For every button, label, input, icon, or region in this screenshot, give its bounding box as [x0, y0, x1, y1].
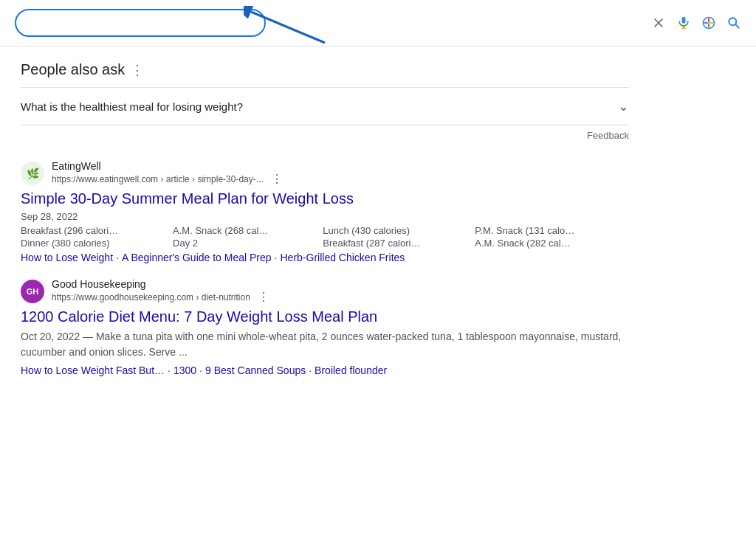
microphone-button[interactable] — [676, 15, 691, 30]
meta-item-0: Breakfast (296 calori… — [21, 225, 173, 236]
result-2-link-3[interactable]: Broiled flounder — [315, 364, 387, 376]
paa-header: People also ask ⋮ — [21, 61, 629, 78]
meta-item-7: A.M. Snack (282 cal… — [475, 238, 629, 249]
result-1-link-2[interactable]: Herb-Grilled Chicken Frites — [281, 252, 405, 263]
clear-icon — [651, 15, 666, 30]
paa-options-icon[interactable]: ⋮ — [131, 62, 144, 78]
feedback-row: Feedback — [21, 125, 629, 145]
result-1-title[interactable]: Simple 30-Day Summer Meal Plan for Weigh… — [21, 189, 629, 208]
result-2-source-info: Good Housekeeping https://www.goodhousek… — [52, 278, 269, 304]
lens-button[interactable] — [701, 15, 716, 30]
meta-item-5: Day 2 — [173, 238, 323, 249]
paa-question-item[interactable]: What is the healthiest meal for losing w… — [21, 87, 629, 125]
result-2-links: How to Lose Weight Fast But… · 1300 · 9 … — [21, 364, 629, 376]
result-1-source-url: https://www.eatingwell.com › article › s… — [52, 174, 264, 184]
result-1-source: 🌿 EatingWell https://www.eatingwell.com … — [21, 160, 629, 186]
result-1-meta-grid: Breakfast (296 calori… A.M. Snack (268 c… — [21, 225, 629, 249]
result-2-favicon-text: GH — [27, 287, 39, 296]
main-content: People also ask ⋮ What is the healthiest… — [0, 46, 650, 397]
result-1-favicon: 🌿 — [21, 162, 44, 185]
result-2-link-2[interactable]: 9 Best Canned Soups — [205, 364, 306, 376]
search-result-2: GH Good Housekeeping https://www.goodhou… — [21, 278, 629, 376]
clear-button[interactable] — [651, 15, 666, 30]
result-2-options-icon[interactable]: ⋮ — [258, 290, 269, 304]
result-2-snippet: Oct 20, 2022 — Make a tuna pita with one… — [21, 329, 629, 360]
svg-rect-2 — [682, 17, 686, 24]
result-1-sep-1: · — [275, 252, 278, 263]
meta-item-3: P.M. Snack (131 calo… — [475, 225, 629, 236]
result-1-link-1[interactable]: A Beginner's Guide to Meal Prep — [122, 252, 272, 263]
result-2-link-0[interactable]: How to Lose Weight Fast But… — [21, 364, 165, 376]
lens-icon — [701, 15, 716, 30]
microphone-icon — [676, 15, 691, 30]
search-result-1: 🌿 EatingWell https://www.eatingwell.com … — [21, 160, 629, 263]
result-1-sep-0: · — [116, 252, 119, 263]
result-2-url-row: https://www.goodhousekeeping.com › diet-… — [52, 290, 269, 304]
result-2-source-name: Good Housekeeping — [52, 278, 269, 290]
search-box: healthy meal plans for weight loss — [15, 9, 266, 37]
paa-question-text: What is the healthiest meal for losing w… — [21, 100, 243, 113]
result-2-source: GH Good Housekeeping https://www.goodhou… — [21, 278, 629, 304]
result-2-link-1[interactable]: 1300 — [173, 364, 196, 376]
search-icons — [636, 15, 741, 30]
result-2-sep-0: · — [168, 364, 171, 376]
result-2-sep-1: · — [199, 364, 202, 376]
result-1-favicon-icon: 🌿 — [27, 167, 39, 179]
feedback-button[interactable]: Feedback — [587, 130, 629, 141]
result-2-sep-2: · — [309, 364, 312, 376]
paa-title: People also ask — [21, 61, 125, 78]
result-1-source-name: EatingWell — [52, 160, 283, 172]
search-bar-area: healthy meal plans for weight loss — [0, 0, 756, 46]
search-icon — [726, 15, 741, 30]
meta-item-6: Breakfast (287 calori… — [323, 238, 475, 249]
paa-section: People also ask ⋮ What is the healthiest… — [21, 61, 629, 145]
result-1-source-info: EatingWell https://www.eatingwell.com › … — [52, 160, 283, 186]
result-1-options-icon[interactable]: ⋮ — [271, 172, 283, 186]
svg-line-7 — [735, 24, 739, 28]
result-2-source-url: https://www.goodhousekeeping.com › diet-… — [52, 292, 250, 303]
result-1-links: How to Lose Weight · A Beginner's Guide … — [21, 252, 629, 263]
meta-item-2: Lunch (430 calories) — [323, 225, 475, 236]
result-2-favicon: GH — [21, 280, 44, 303]
chevron-down-icon: ⌄ — [618, 98, 629, 114]
search-input[interactable]: healthy meal plans for weight loss — [28, 16, 252, 30]
result-1-date: Sep 28, 2022 — [21, 211, 629, 222]
meta-item-1: A.M. Snack (268 cal… — [173, 225, 323, 236]
result-1-link-0[interactable]: How to Lose Weight — [21, 252, 113, 263]
result-2-title[interactable]: 1200 Calorie Diet Menu: 7 Day Weight Los… — [21, 307, 629, 326]
meta-item-4: Dinner (380 calories) — [21, 238, 173, 249]
result-1-url-row: https://www.eatingwell.com › article › s… — [52, 172, 283, 186]
search-button[interactable] — [726, 15, 741, 30]
